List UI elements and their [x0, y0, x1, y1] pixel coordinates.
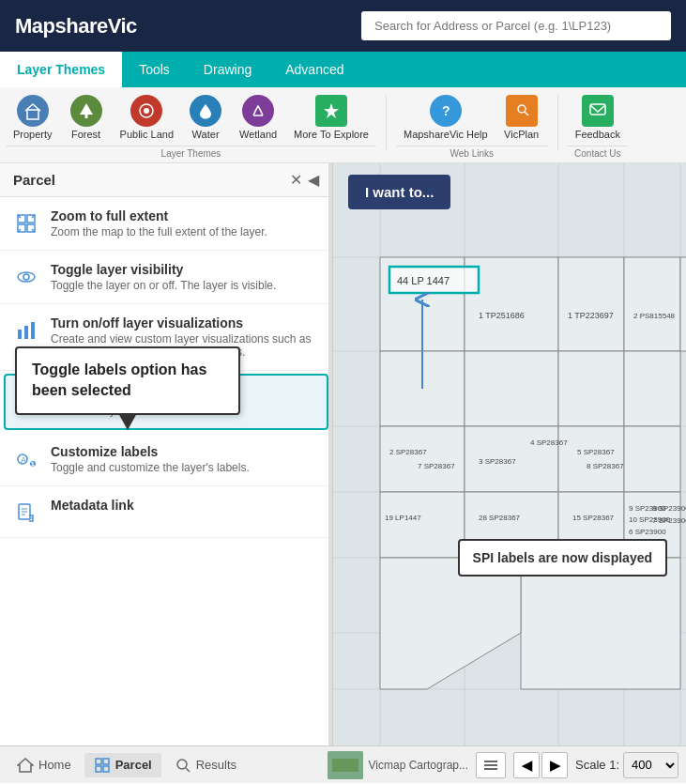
svg-text:6 SP23900: 6 SP23900 [629, 528, 666, 536]
svg-rect-98 [484, 761, 497, 762]
web-links-group-label: Web Links [396, 146, 548, 159]
scale-select[interactable]: 400 200 800 1600 [623, 752, 678, 778]
svg-rect-90 [96, 759, 101, 764]
toolbar-item-mapsharevic-help[interactable]: ? MapshareVic Help [396, 91, 495, 144]
toolbar: Property Forest Public Land [0, 87, 686, 163]
svg-rect-91 [103, 759, 109, 764]
visibility-desc: Toggle the layer on or off. The layer is… [51, 279, 276, 292]
layer-icon-btn[interactable] [476, 752, 506, 778]
svg-rect-18 [24, 326, 28, 339]
zoom-desc: Zoom the map to the full extent of the l… [51, 225, 267, 238]
svg-marker-58 [380, 426, 465, 492]
zoom-icon [13, 210, 39, 237]
svg-text:8 SP28367: 8 SP28367 [587, 462, 624, 470]
results-btn[interactable]: Results [165, 753, 246, 777]
tab-tools[interactable]: Tools [122, 52, 187, 87]
sidebar-title: Parcel [13, 172, 55, 188]
toolbar-item-wetland[interactable]: Wetland [230, 91, 286, 144]
svg-rect-2 [84, 115, 87, 118]
parcel-btn[interactable]: Parcel [84, 753, 161, 777]
svg-point-4 [144, 108, 149, 114]
scale-controls: ◀ ▶ [513, 752, 568, 778]
svg-marker-56 [558, 351, 624, 426]
svg-line-9 [525, 112, 528, 115]
map-area[interactable]: I want to... + − [333, 163, 686, 746]
metadata-content: Metadata link [51, 498, 134, 513]
toolbar-item-feedback[interactable]: Feedback [568, 91, 628, 144]
svg-text:2 PS815548: 2 PS815548 [633, 312, 676, 320]
svg-marker-53 [680, 257, 686, 351]
i-want-to-button[interactable]: I want to... [348, 175, 450, 209]
search-input[interactable] [361, 11, 671, 40]
toolbar-item-water[interactable]: Water [181, 91, 230, 144]
toolbar-item-vicplan[interactable]: VicPlan [495, 91, 548, 144]
vicmap-thumb: Vicmap Cartograp... [328, 751, 469, 779]
tab-advanced[interactable]: Advanced [268, 52, 360, 87]
mapsharevic-help-label: MapshareVic Help [404, 129, 488, 140]
results-icon [175, 757, 191, 774]
visibility-title: Toggle layer visibility [51, 262, 276, 277]
scale-increase-btn[interactable]: ▶ [541, 752, 568, 778]
panel-item-customize-labels[interactable]: A Customize labels Toggle and customize … [0, 433, 332, 486]
parcel-label: Parcel [115, 758, 152, 772]
toolbar-item-forest[interactable]: Forest [60, 91, 113, 144]
svg-rect-17 [18, 330, 22, 339]
svg-marker-6 [324, 103, 339, 118]
svg-marker-66 [521, 558, 680, 689]
tab-drawing[interactable]: Drawing [187, 52, 268, 87]
sidebar-collapse-btn[interactable]: ◀ [308, 171, 319, 189]
wetland-icon [242, 95, 274, 127]
metadata-title: Metadata link [51, 498, 134, 513]
feedback-label: Feedback [575, 129, 620, 140]
results-label: Results [196, 758, 236, 772]
svg-rect-97 [332, 759, 358, 772]
visualizations-title: Turn on/off layer visualizations [51, 315, 319, 331]
toolbar-contact-group: Feedback Contact Us [562, 91, 633, 159]
svg-text:7 SP28367: 7 SP28367 [418, 462, 455, 470]
svg-rect-93 [103, 766, 109, 772]
tab-layer-themes[interactable]: Layer Themes [0, 52, 122, 87]
scale-label: Scale 1: [575, 758, 619, 772]
map-svg: 1 TP251686 1 TP223697 2 PS815548 4 SP283… [333, 163, 686, 746]
svg-rect-0 [27, 110, 38, 119]
vicplan-icon [506, 95, 538, 127]
more-to-explore-label: More To Explore [294, 129, 369, 140]
scale-decrease-btn[interactable]: ◀ [513, 752, 540, 778]
svg-text:4 SP28367: 4 SP28367 [530, 438, 568, 447]
mapsharevic-help-icon: ? [430, 95, 462, 127]
svg-rect-92 [96, 766, 101, 772]
zoom-title: Zoom to full extent [51, 208, 267, 223]
sidebar-close-btn[interactable]: ✕ [290, 171, 302, 189]
svg-marker-55 [465, 351, 558, 426]
vicplan-label: VicPlan [504, 129, 539, 140]
spi-callout: SPI labels are now displayed [458, 539, 667, 576]
water-icon [190, 95, 221, 127]
svg-text:2 SP28367: 2 SP28367 [389, 448, 427, 456]
svg-marker-51 [558, 257, 624, 351]
svg-text:8 SP23900: 8 SP23900 [652, 504, 686, 513]
toolbar-item-more-to-explore[interactable]: More To Explore [286, 91, 376, 144]
customize-labels-icon: A [13, 446, 39, 472]
toolbar-layer-themes-group: Property Forest Public Land [0, 91, 382, 159]
svg-line-95 [186, 768, 190, 772]
svg-text:1 TP223697: 1 TP223697 [568, 311, 614, 320]
metadata-icon [13, 500, 39, 526]
public-land-icon [130, 95, 162, 127]
svg-text:28 SP28367: 28 SP28367 [479, 514, 521, 522]
home-btn[interactable]: Home [8, 753, 81, 777]
water-label: Water [192, 129, 220, 140]
customize-labels-desc: Toggle and customize the layer's labels. [51, 461, 250, 474]
svg-text:3 SP28367: 3 SP28367 [479, 457, 516, 466]
toolbar-item-public-land[interactable]: Public Land [113, 91, 182, 144]
svg-rect-100 [484, 768, 497, 770]
feedback-icon [582, 95, 614, 127]
panel-item-visibility[interactable]: Toggle layer visibility Toggle the layer… [0, 251, 332, 304]
toolbar-item-property[interactable]: Property [6, 91, 60, 144]
panel-item-metadata[interactable]: Metadata link [0, 486, 332, 538]
visualizations-icon [13, 317, 39, 344]
tooltip-callout: Toggle labels option has been selected [15, 346, 240, 415]
svg-marker-57 [624, 351, 680, 426]
panel-item-zoom[interactable]: Zoom to full extent Zoom the map to the … [0, 197, 332, 251]
more-to-explore-icon [315, 95, 347, 127]
resize-handle[interactable] [328, 163, 332, 746]
